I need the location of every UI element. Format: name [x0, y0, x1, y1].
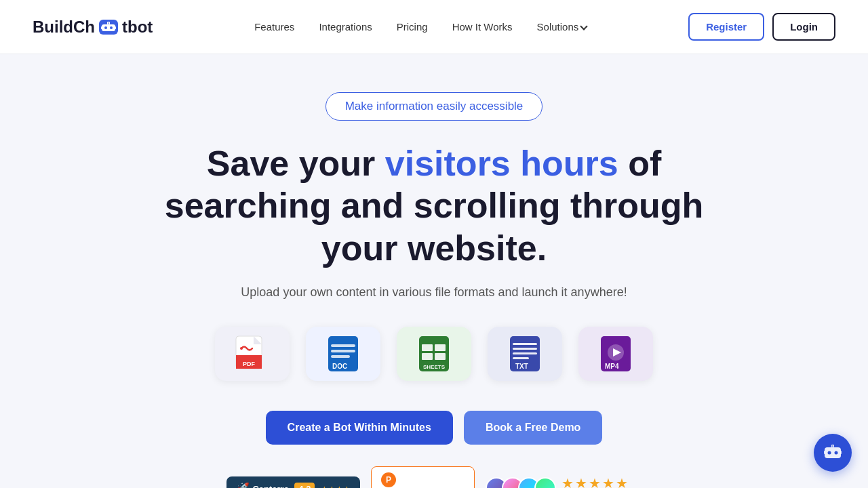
svg-rect-24 [513, 348, 537, 350]
txt-icon-box: TXT [488, 327, 562, 381]
svg-text:TXT: TXT [515, 363, 528, 370]
navbar: BuildCh tbot Features Integrations Prici… [0, 0, 868, 54]
capterra-score: 4.2 [294, 483, 315, 488]
svg-rect-18 [435, 344, 446, 351]
svg-rect-36 [833, 445, 833, 447]
svg-rect-14 [331, 355, 350, 358]
register-button[interactable]: Register [688, 13, 764, 41]
cta-buttons: Create a Bot Within Minutes Book a Free … [266, 411, 603, 445]
nav-features[interactable]: Features [254, 21, 294, 33]
sheets-icon-box: SHEETS [397, 327, 471, 381]
avatar-group [486, 477, 556, 488]
svg-point-1 [104, 26, 107, 29]
svg-rect-17 [422, 344, 433, 351]
svg-rect-20 [435, 353, 446, 360]
producthunt-badge: P PRODUCT HUNT #3 Product of the Day [371, 466, 475, 488]
svg-point-2 [110, 26, 113, 29]
hero-title: Save your visitors hours of searching an… [129, 142, 739, 269]
svg-text:PDF: PDF [243, 361, 256, 367]
svg-rect-13 [331, 350, 355, 352]
svg-rect-32 [825, 447, 841, 458]
book-demo-button[interactable]: Book a Free Demo [464, 411, 602, 445]
hero-badge: Make information easily accessible [326, 92, 543, 121]
svg-text:SHEETS: SHEETS [423, 364, 446, 370]
nav-solutions[interactable]: Solutions [537, 21, 587, 33]
nav-pricing[interactable]: Pricing [397, 21, 428, 33]
file-formats: PDF DOC SHEETS [215, 327, 653, 381]
svg-point-33 [828, 451, 831, 455]
logo-text-part1: BuildCh [33, 18, 95, 37]
ph-icon: P [381, 472, 396, 487]
svg-rect-0 [102, 24, 115, 31]
create-bot-button[interactable]: Create a Bot Within Minutes [266, 411, 453, 445]
svg-rect-23 [513, 343, 537, 345]
nav-links: Features Integrations Pricing How It Wor… [254, 21, 587, 33]
svg-rect-38 [840, 451, 842, 454]
login-button[interactable]: Login [772, 13, 835, 41]
svg-point-34 [835, 451, 838, 455]
logo-bot-icon [99, 20, 118, 35]
svg-rect-37 [824, 451, 825, 454]
svg-rect-26 [513, 357, 529, 359]
hero-section: Make information easily accessible Save … [0, 54, 868, 488]
avatar-4 [534, 477, 556, 488]
svg-rect-25 [513, 352, 537, 354]
doc-icon-box: DOC [306, 327, 380, 381]
logo-text-part2: tbot [122, 18, 153, 37]
capterra-label: Capterra [252, 484, 288, 488]
nav-actions: Register Login [688, 13, 835, 41]
capterra-rocket-icon: 🚀 [236, 483, 250, 488]
rating-stars: ★★★★★ [561, 475, 642, 488]
logo[interactable]: BuildCh tbot [33, 18, 153, 37]
social-proof: 🚀 Capterra 4.2 ★★★★ P PRODUCT HUNT #3 Pr… [226, 466, 642, 488]
solutions-chevron-icon [580, 22, 588, 30]
stars-badge: ★★★★★ Loved by 100k+ users [486, 475, 642, 488]
chatbot-fab[interactable] [814, 434, 852, 472]
svg-point-10 [240, 347, 243, 350]
nav-how-it-works[interactable]: How It Works [452, 21, 513, 33]
capterra-stars: ★★★★ [321, 485, 351, 488]
mp4-icon-box: MP4 [578, 327, 653, 381]
svg-rect-5 [101, 26, 102, 29]
svg-rect-19 [422, 353, 433, 360]
nav-integrations[interactable]: Integrations [319, 21, 372, 33]
svg-text:MP4: MP4 [605, 363, 619, 370]
svg-rect-12 [331, 344, 355, 347]
svg-text:DOC: DOC [332, 363, 347, 370]
svg-rect-6 [115, 26, 116, 29]
svg-rect-4 [108, 22, 108, 24]
hero-subtitle: Upload your own content in various file … [241, 285, 627, 300]
capterra-badge: 🚀 Capterra 4.2 ★★★★ [226, 476, 360, 488]
pdf-icon-box: PDF [215, 327, 290, 381]
